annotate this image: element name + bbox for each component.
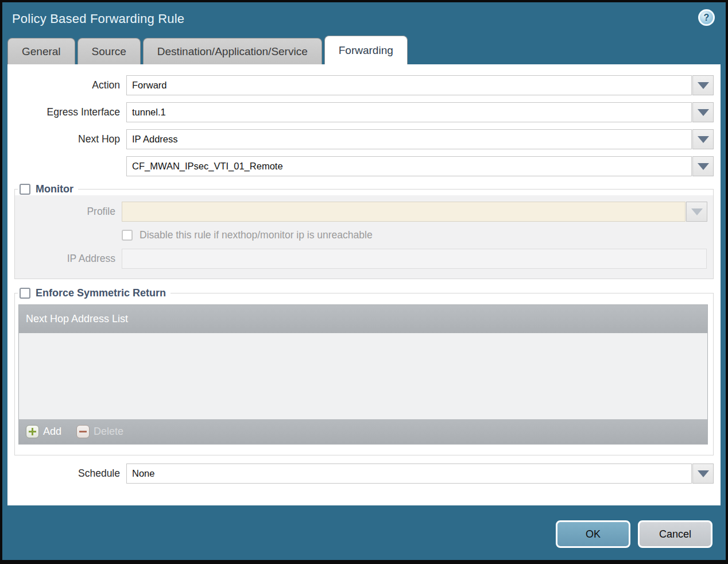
cancel-button[interactable]: Cancel — [638, 520, 712, 548]
egress-interface-combo — [126, 102, 714, 122]
chevron-down-icon — [698, 163, 709, 170]
next-hop-address-list-body[interactable] — [19, 333, 707, 419]
monitor-ip-address-label: IP Address — [15, 253, 122, 265]
schedule-row: Schedule — [14, 463, 714, 484]
forwarding-tab-panel: Action Egress Interface Next Hop — [7, 64, 721, 505]
minus-icon — [76, 425, 90, 438]
dialog-footer: OK Cancel — [7, 505, 721, 560]
symmetric-return-group-title: Enforce Symmetric Return — [36, 287, 166, 299]
monitor-checkbox[interactable] — [20, 184, 30, 195]
ok-button[interactable]: OK — [556, 520, 630, 548]
chevron-down-icon — [698, 109, 709, 116]
symmetric-return-group-body: Next Hop Address List Add Delete — [15, 299, 713, 455]
monitor-profile-input — [122, 202, 686, 222]
monitor-ip-address-input — [122, 249, 707, 269]
next-hop-type-input[interactable] — [126, 129, 692, 149]
action-label: Action — [14, 79, 126, 91]
policy-based-forwarding-rule-dialog: Policy Based Forwarding Rule ? General S… — [0, 0, 728, 564]
next-hop-row: Next Hop — [14, 129, 714, 149]
tab-general[interactable]: General — [7, 38, 75, 64]
symmetric-return-checkbox[interactable] — [20, 288, 30, 299]
next-hop-address-input[interactable] — [126, 156, 692, 176]
monitor-group: Monitor Profile Disable this rule if nex… — [14, 183, 714, 279]
monitor-ip-address-combo — [122, 249, 707, 269]
tab-destination-application-service[interactable]: Destination/Application/Service — [143, 38, 322, 64]
monitor-group-title: Monitor — [36, 183, 73, 195]
disable-rule-row: Disable this rule if nexthop/monitor ip … — [122, 229, 707, 241]
egress-interface-row: Egress Interface — [14, 102, 714, 122]
monitor-profile-row: Profile — [15, 202, 707, 222]
action-dropdown-button[interactable] — [692, 75, 714, 95]
chevron-down-icon — [698, 136, 709, 143]
help-icon[interactable]: ? — [698, 9, 715, 26]
chevron-down-icon — [698, 470, 709, 477]
next-hop-address-list-header: Next Hop Address List — [19, 305, 707, 333]
dialog-title: Policy Based Forwarding Rule — [7, 11, 184, 26]
action-input[interactable] — [126, 75, 692, 95]
delete-button-label: Delete — [94, 426, 123, 438]
next-hop-address-list-toolbar: Add Delete — [19, 419, 707, 444]
add-button-label: Add — [43, 426, 61, 438]
schedule-input[interactable] — [126, 463, 692, 484]
chevron-down-icon — [698, 82, 709, 89]
egress-interface-label: Egress Interface — [14, 106, 126, 118]
monitor-ip-address-row: IP Address — [15, 249, 707, 269]
next-hop-address-list-table: Next Hop Address List Add Delete — [18, 304, 708, 445]
tab-forwarding[interactable]: Forwarding — [324, 36, 408, 64]
schedule-label: Schedule — [14, 468, 126, 480]
symmetric-return-group: Enforce Symmetric Return Next Hop Addres… — [14, 287, 714, 455]
next-hop-label: Next Hop — [14, 133, 126, 145]
dialog-titlebar: Policy Based Forwarding Rule ? — [7, 2, 721, 36]
egress-interface-dropdown-button[interactable] — [692, 102, 714, 122]
disable-rule-checkbox — [122, 230, 133, 241]
delete-button: Delete — [76, 425, 123, 438]
monitor-legend: Monitor — [18, 183, 78, 195]
chevron-down-icon — [691, 208, 703, 215]
next-hop-dropdown-button[interactable] — [692, 129, 714, 149]
monitor-profile-label: Profile — [15, 206, 122, 218]
schedule-combo — [126, 463, 714, 484]
disable-rule-label: Disable this rule if nexthop/monitor ip … — [140, 229, 373, 241]
next-hop-address-row — [14, 156, 714, 176]
next-hop-address-combo — [126, 156, 714, 176]
action-combo — [126, 75, 714, 95]
monitor-profile-dropdown-button — [686, 202, 707, 222]
next-hop-address-dropdown-button[interactable] — [692, 156, 714, 176]
add-button[interactable]: Add — [26, 425, 61, 438]
symmetric-return-legend: Enforce Symmetric Return — [18, 287, 171, 299]
monitor-profile-combo — [122, 202, 707, 222]
footer-buttons: OK Cancel — [556, 520, 712, 548]
plus-icon — [26, 425, 39, 438]
next-hop-combo — [126, 129, 714, 149]
monitor-group-body: Profile Disable this rule if nexthop/mon… — [15, 195, 713, 279]
schedule-dropdown-button[interactable] — [692, 463, 714, 484]
action-row: Action — [14, 75, 714, 95]
tab-bar: General Source Destination/Application/S… — [7, 36, 721, 64]
tab-source[interactable]: Source — [78, 38, 141, 64]
egress-interface-input[interactable] — [126, 102, 692, 122]
